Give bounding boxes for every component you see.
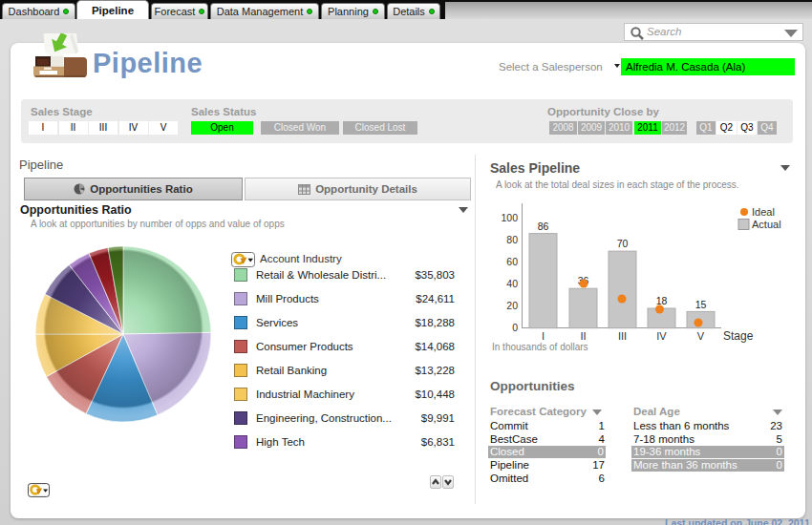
svg-text:100: 100: [501, 212, 518, 223]
svg-text:V: V: [697, 330, 705, 342]
svg-text:III: III: [618, 330, 627, 342]
svg-text:80: 80: [506, 234, 518, 245]
svg-text:18: 18: [656, 295, 668, 306]
svg-text:0: 0: [512, 322, 518, 333]
svg-text:86: 86: [538, 220, 549, 232]
svg-text:70: 70: [617, 238, 629, 249]
svg-text:In thousands of dollars: In thousands of dollars: [492, 342, 588, 352]
svg-text:Stage: Stage: [723, 329, 754, 343]
svg-text:60: 60: [506, 256, 518, 267]
svg-text:40: 40: [506, 278, 518, 289]
svg-text:Actual: Actual: [752, 219, 781, 230]
svg-text:IV: IV: [656, 330, 667, 342]
svg-text:20: 20: [506, 300, 518, 311]
svg-text:15: 15: [695, 299, 707, 310]
svg-text:Ideal: Ideal: [752, 206, 775, 218]
svg-text:II: II: [580, 330, 586, 342]
svg-text:I: I: [542, 330, 545, 342]
